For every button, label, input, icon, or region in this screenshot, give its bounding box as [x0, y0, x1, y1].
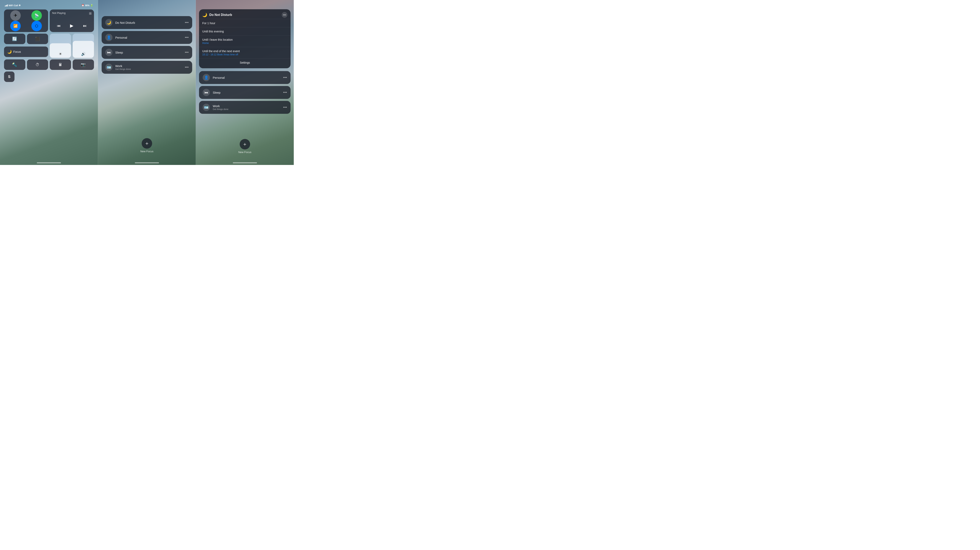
dnd-more-button[interactable]: •••: [282, 12, 287, 18]
focus-item-dnd[interactable]: 🌙 Do Not Disturb •••: [102, 16, 192, 29]
focus-item-sleep[interactable]: 🛏 Sleep •••: [102, 46, 192, 59]
orientation-lock-icon: 🔄: [12, 37, 17, 41]
work-icon: 🪪: [105, 64, 113, 71]
phone2-panel: 🌙 Do Not Disturb ••• 👤 Personal •••: [98, 0, 196, 165]
dnd-card: 🌙 Do Not Disturb ••• For 1 hour Until th…: [199, 9, 291, 68]
dnd-settings-button[interactable]: Settings: [199, 58, 291, 67]
status-left: WiFi Call ⊕: [5, 4, 21, 6]
camera-button[interactable]: 📷: [73, 59, 94, 70]
dnd-location-sub: Home: [202, 42, 287, 45]
wifi-icon: 📶: [13, 24, 18, 28]
dnd-option-1hour[interactable]: For 1 hour: [199, 19, 291, 27]
airplane-mode-button[interactable]: ✈: [10, 10, 21, 21]
personal-more-3-button[interactable]: •••: [283, 75, 287, 80]
moon-icon: 🌙: [7, 49, 12, 54]
battery-icon: 🔋: [90, 4, 93, 6]
focus-item-dnd-left: 🌙 Do Not Disturb: [105, 19, 135, 26]
focus-item-work-3[interactable]: 🪪 Work Get things done •••: [199, 101, 291, 114]
phone1-panel: WiFi Call ⊕ ⏰ 90% 🔋 ✈ 📡 📶: [0, 0, 98, 165]
rewind-button[interactable]: ⏮: [56, 23, 61, 29]
media-controls: ⏮ ▶ ⏭: [52, 22, 91, 30]
bluetooth-button[interactable]: ⬡: [32, 21, 42, 31]
new-focus-circle: +: [142, 138, 152, 148]
status-bar: WiFi Call ⊕ ⏰ 90% 🔋: [4, 2, 94, 8]
brightness-icon: ☀: [59, 52, 62, 56]
focus-item-work-left: 🪪 Work Get things done: [105, 64, 131, 71]
personal-icon: 👤: [105, 34, 113, 41]
airplay-icon[interactable]: ⊞: [89, 11, 92, 15]
calculator-button[interactable]: 🖩: [50, 59, 71, 70]
airplane-icon: ✈: [14, 13, 17, 18]
alarm-icon: ⏰: [81, 4, 84, 6]
work-icon-3: 🪪: [203, 104, 210, 111]
focus-item-sleep-3[interactable]: 🛏 Sleep •••: [199, 86, 291, 99]
orientation-lock-button[interactable]: 🔄: [4, 33, 25, 44]
dnd-option-evening[interactable]: Until this evening: [199, 27, 291, 35]
focus-button[interactable]: 🌙 Focus: [4, 46, 48, 57]
new-focus-circle-3: +: [240, 139, 250, 150]
carrier-label: WiFi Call: [9, 4, 18, 6]
flashlight-button[interactable]: 🔦: [4, 59, 25, 70]
timer-button[interactable]: ⏱: [27, 59, 48, 70]
brightness-slider[interactable]: ☀: [50, 33, 71, 58]
personal-name-3: Personal: [213, 76, 224, 79]
status-right: ⏰ 90% 🔋: [81, 4, 93, 6]
sleep-more-3-button[interactable]: •••: [283, 91, 287, 95]
focus-item-sleep-3-left: 🛏 Sleep: [203, 89, 220, 96]
personal-more-button[interactable]: •••: [185, 35, 189, 40]
phone3-panel: 🌙 Do Not Disturb ••• For 1 hour Until th…: [196, 0, 294, 165]
focus-item-personal[interactable]: 👤 Personal •••: [102, 31, 192, 44]
battery-label: 90%: [85, 4, 89, 6]
new-focus-button[interactable]: + New Focus: [140, 138, 153, 153]
camera-icon: 📷: [81, 62, 86, 67]
focus-item-work[interactable]: 🪪 Work Get things done •••: [102, 61, 192, 74]
signal-bars: [5, 5, 8, 6]
wifi-status-icon: ⊕: [19, 4, 21, 6]
work-more-3-button[interactable]: •••: [283, 105, 287, 110]
sleep-more-button[interactable]: •••: [185, 50, 189, 54]
dnd-option-event[interactable]: Until the end of the next event 15:12 - …: [199, 47, 291, 58]
dnd-moon-icon: 🌙: [202, 13, 207, 18]
home-indicator: [37, 162, 61, 163]
control-grid: ✈ 📡 📶 ⬡ Not Playing ⊞ ⏮: [4, 10, 94, 82]
new-focus-label: New Focus: [140, 150, 153, 153]
dnd-name: Do Not Disturb: [115, 21, 135, 24]
focus-item-sleep-left: 🛏 Sleep: [105, 49, 123, 56]
personal-name: Personal: [115, 36, 127, 39]
new-focus-button-3[interactable]: + New Focus: [238, 139, 251, 154]
calculator-icon: 🖩: [58, 62, 62, 67]
focus-item-personal-left: 👤 Personal: [105, 34, 127, 41]
fast-forward-button[interactable]: ⏭: [82, 23, 88, 29]
timer-icon: ⏱: [35, 62, 40, 67]
play-button[interactable]: ▶: [69, 22, 74, 29]
volume-icon: 🔊: [81, 52, 86, 56]
work-name-3: Work: [213, 104, 228, 108]
focus-item-personal-3[interactable]: 👤 Personal •••: [199, 71, 291, 84]
screen-mirror-icon: ⬛: [35, 37, 40, 41]
wifi-button[interactable]: 📶: [10, 21, 21, 31]
sleep-icon-3: 🛏: [203, 89, 210, 96]
bluetooth-icon: ⬡: [35, 24, 38, 28]
hotspot-icon: 📡: [34, 13, 39, 18]
media-player-tile: Not Playing ⊞ ⏮ ▶ ⏭: [50, 10, 94, 32]
work-more-button[interactable]: •••: [185, 65, 189, 70]
work-subtitle: Get things done: [115, 68, 131, 70]
dnd-more-button[interactable]: •••: [185, 21, 189, 25]
new-focus-label-3: New Focus: [238, 151, 251, 154]
dnd-header: 🌙 Do Not Disturb •••: [199, 9, 291, 19]
dnd-more-icon: •••: [283, 13, 286, 16]
work-subtitle-3: Get things done: [213, 108, 228, 110]
dnd-option-location[interactable]: Until I leave this location Home: [199, 35, 291, 47]
focus-label: Focus: [13, 50, 21, 53]
focus-item-personal-3-left: 👤 Personal: [203, 74, 224, 81]
shazam-icon: S: [8, 75, 11, 79]
screen-mirror-button[interactable]: ⬛: [27, 33, 48, 44]
sleep-name-3: Sleep: [213, 91, 220, 94]
shazam-button[interactable]: S: [4, 72, 14, 82]
hotspot-button[interactable]: 📡: [32, 10, 42, 21]
focus-list: 🌙 Do Not Disturb ••• 👤 Personal •••: [102, 16, 192, 74]
dnd-event-sub: 15:12 - 16:12 Book Xmas time off: [202, 53, 287, 56]
focus-item-work-3-left: 🪪 Work Get things done: [203, 104, 228, 111]
volume-slider[interactable]: 🔊: [73, 33, 94, 58]
focus-list-below: 👤 Personal ••• 🛏 Sleep •••: [199, 71, 291, 114]
